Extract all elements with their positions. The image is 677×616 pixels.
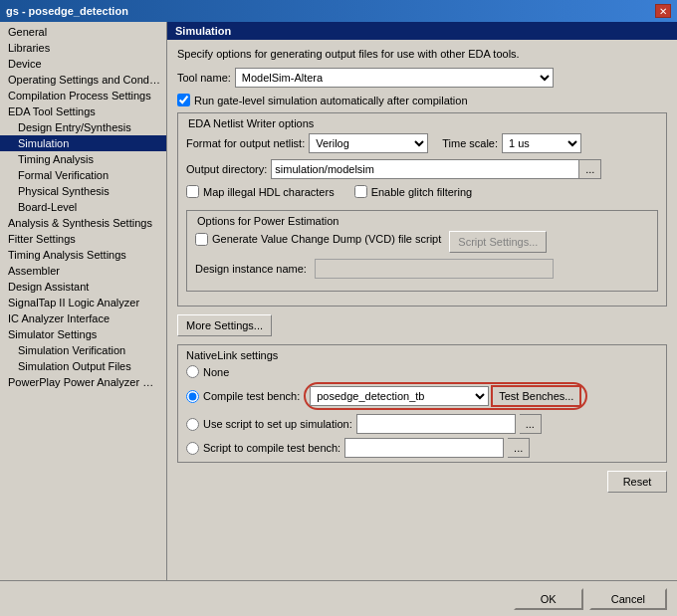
- use-script-radio[interactable]: [186, 418, 199, 431]
- sidebar-item[interactable]: General: [0, 24, 166, 40]
- tool-name-label: Tool name:: [177, 72, 231, 84]
- sidebar-item[interactable]: Design Entry/Synthesis: [0, 119, 166, 135]
- sidebar-item[interactable]: Operating Settings and Conditions: [0, 72, 166, 88]
- sidebar: GeneralLibrariesDeviceOperating Settings…: [0, 22, 167, 580]
- sidebar-item[interactable]: Device: [0, 56, 166, 72]
- enable-glitch-checkbox[interactable]: [354, 185, 367, 198]
- design-instance-label: Design instance name:: [195, 263, 307, 275]
- sidebar-item[interactable]: Simulation Verification: [0, 342, 166, 358]
- timescale-select[interactable]: 1 us 1 ns 1 ps: [503, 134, 580, 152]
- generate-vcd-row: Generate Value Change Dump (VCD) file sc…: [195, 233, 441, 246]
- sidebar-item[interactable]: Board-Level: [0, 199, 166, 215]
- run-gate-checkbox[interactable]: [177, 94, 190, 106]
- sidebar-item[interactable]: Simulation: [0, 135, 166, 151]
- enable-glitch-label: Enable glitch filtering: [371, 186, 473, 198]
- sidebar-item[interactable]: Design Assistant: [0, 279, 166, 295]
- generate-vcd-label: Generate Value Change Dump (VCD) file sc…: [212, 233, 441, 245]
- script-compile-radio[interactable]: [186, 442, 199, 455]
- design-instance-input[interactable]: [315, 259, 554, 279]
- section-header: Simulation: [167, 22, 677, 40]
- script-compile-input[interactable]: [344, 438, 504, 458]
- format-label: Format for output netlist:: [186, 137, 305, 149]
- design-instance-row: Design instance name:: [195, 259, 649, 279]
- sidebar-item[interactable]: PowerPlay Power Analyzer Settings: [0, 374, 166, 390]
- compile-label: Compile test bench:: [203, 390, 300, 402]
- sidebar-item[interactable]: Timing Analysis Settings: [0, 247, 166, 263]
- eda-netlist-legend: EDA Netlist Writer options: [186, 117, 658, 129]
- close-button[interactable]: ✕: [655, 4, 671, 18]
- use-script-browse-btn[interactable]: ...: [520, 414, 542, 434]
- map-hdl-row: Map illegal HDL characters: [186, 185, 335, 198]
- enable-glitch-row: Enable glitch filtering: [354, 185, 473, 198]
- sidebar-item[interactable]: Simulation Output Files: [0, 358, 166, 374]
- cancel-btn[interactable]: Cancel: [589, 588, 667, 610]
- script-settings-btn[interactable]: Script Settings...: [449, 231, 547, 253]
- sidebar-item[interactable]: Formal Verification: [0, 167, 166, 183]
- run-gate-row: Run gate-level simulation automatically …: [177, 94, 667, 106]
- sidebar-item[interactable]: Analysis & Synthesis Settings: [0, 215, 166, 231]
- output-dir-input[interactable]: [271, 159, 579, 179]
- power-legend: Options for Power Estimation: [195, 215, 649, 227]
- tool-name-select[interactable]: ModelSim-AlteraModelSimVCSActive-HDL: [236, 69, 553, 87]
- timescale-combo[interactable]: 1 us 1 ns 1 ps: [502, 133, 581, 153]
- timescale-label: Time scale:: [442, 137, 498, 149]
- tool-name-combo[interactable]: ModelSim-AlteraModelSimVCSActive-HDL: [235, 68, 554, 88]
- map-hdl-label: Map illegal HDL characters: [203, 186, 335, 198]
- sidebar-item[interactable]: Libraries: [0, 40, 166, 56]
- none-label: None: [203, 366, 229, 378]
- ok-btn[interactable]: OK: [514, 588, 583, 610]
- script-compile-label: Script to compile test bench:: [203, 442, 340, 454]
- generate-vcd-checkbox[interactable]: [195, 233, 208, 246]
- window-title: gs - posedge_detection: [6, 5, 128, 17]
- nativelink-title: NativeLink settings: [186, 349, 658, 361]
- sidebar-item[interactable]: Simulator Settings: [0, 326, 166, 342]
- sidebar-item[interactable]: EDA Tool Settings: [0, 103, 166, 119]
- sidebar-item[interactable]: Compilation Process Settings: [0, 88, 166, 103]
- compile-radio[interactable]: [186, 390, 199, 403]
- output-dir-label: Output directory:: [186, 163, 267, 175]
- map-hdl-checkbox[interactable]: [186, 185, 199, 198]
- format-combo[interactable]: Verilog VHDL: [309, 133, 428, 153]
- output-dir-browse-btn[interactable]: ...: [579, 159, 601, 179]
- title-bar: gs - posedge_detection ✕: [0, 0, 677, 22]
- sidebar-item[interactable]: SignalTap II Logic Analyzer: [0, 295, 166, 310]
- bottom-bar: OK Cancel: [0, 580, 677, 616]
- nativelink-section: NativeLink settings None Compile test be…: [177, 344, 667, 463]
- sidebar-item[interactable]: Timing Analysis: [0, 151, 166, 167]
- format-select[interactable]: Verilog VHDL: [310, 134, 427, 152]
- script-compile-row: Script to compile test bench: ...: [186, 438, 658, 458]
- use-script-row: Use script to set up simulation: ...: [186, 414, 658, 434]
- use-script-label: Use script to set up simulation:: [203, 418, 352, 430]
- more-settings-btn[interactable]: More Settings...: [177, 314, 272, 336]
- sidebar-item[interactable]: Fitter Settings: [0, 231, 166, 247]
- compile-row: Compile test bench: posedge_detection_tb…: [186, 382, 658, 410]
- compile-oval-highlight: posedge_detection_tb Test Benches...: [304, 382, 587, 410]
- none-radio-row: None: [186, 365, 658, 378]
- reset-btn[interactable]: Reset: [607, 471, 667, 493]
- content-panel: Simulation Specify options for generatin…: [167, 22, 677, 580]
- sidebar-item[interactable]: Physical Synthesis: [0, 183, 166, 199]
- test-benches-btn[interactable]: Test Benches...: [491, 385, 581, 407]
- script-compile-browse-btn[interactable]: ...: [508, 438, 530, 458]
- compile-combo[interactable]: posedge_detection_tb: [310, 386, 489, 406]
- run-gate-label: Run gate-level simulation automatically …: [194, 95, 468, 106]
- description-text: Specify options for generating output fi…: [177, 48, 667, 60]
- sidebar-item[interactable]: Assembler: [0, 263, 166, 279]
- eda-netlist-fieldset: EDA Netlist Writer options Format for ou…: [177, 112, 667, 307]
- power-estimation-fieldset: Options for Power Estimation Generate Va…: [186, 210, 658, 292]
- use-script-input[interactable]: [356, 414, 516, 434]
- sidebar-item[interactable]: IC Analyzer Interface: [0, 310, 166, 326]
- compile-select[interactable]: posedge_detection_tb: [311, 387, 488, 405]
- none-radio[interactable]: [186, 365, 199, 378]
